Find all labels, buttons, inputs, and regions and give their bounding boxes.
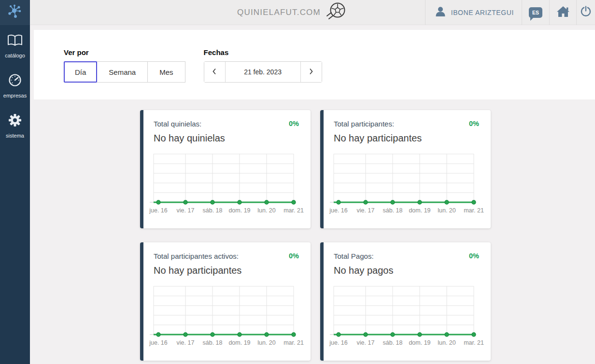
svg-text:vie. 17: vie. 17: [177, 207, 195, 214]
power-icon: [580, 5, 592, 20]
svg-text:jue. 16: jue. 16: [329, 207, 348, 214]
user-menu[interactable]: IBONE ARIZTEGUI: [425, 0, 522, 25]
svg-text:lun. 20: lun. 20: [257, 339, 276, 346]
date-value[interactable]: 21 feb. 2023: [226, 62, 300, 82]
sidebar: catálogo empresas: [0, 0, 30, 364]
card-percent-badge: 0%: [289, 252, 299, 260]
svg-text:mar. 21: mar. 21: [464, 339, 484, 346]
language-button[interactable]: ES: [522, 0, 549, 25]
content-column: QUINIELAFUT.COM: [30, 0, 595, 364]
svg-text:vie. 17: vie. 17: [177, 339, 195, 346]
card-title: Total Pagos:: [334, 252, 374, 260]
card-title: Total participantes activos:: [154, 252, 239, 260]
filter-panel: Ver por Día Semana Mes Fechas: [34, 30, 595, 99]
book-icon: [7, 34, 23, 49]
svg-text:jue. 16: jue. 16: [149, 339, 168, 346]
language-bubble-icon: ES: [529, 7, 542, 18]
home-icon: [556, 5, 570, 20]
brand: QUINIELAFUT.COM: [237, 0, 346, 25]
view-by-group: Ver por Día Semana Mes: [64, 48, 185, 99]
stats-cards-grid: Total quinielas: 0% No hay quinielas jue…: [140, 110, 595, 361]
gear-icon: [8, 113, 22, 129]
card-participantes-activos: Total participantes activos: 0% No hay p…: [140, 242, 311, 361]
dates-label: Fechas: [204, 48, 322, 56]
svg-text:dom. 19: dom. 19: [228, 339, 250, 346]
next-date-button[interactable]: [300, 62, 322, 82]
chevron-right-icon: [309, 68, 313, 77]
svg-text:dom. 19: dom. 19: [228, 207, 250, 214]
svg-text:jue. 16: jue. 16: [149, 207, 168, 214]
sidebar-item-catalogo[interactable]: catálogo: [0, 25, 30, 64]
svg-text:sáb. 18: sáb. 18: [202, 207, 222, 214]
app-logo[interactable]: [0, 0, 30, 25]
home-button[interactable]: [549, 0, 576, 25]
card-empty-message: No hay participantes: [334, 131, 479, 145]
user-name: IBONE ARIZTEGUI: [451, 9, 514, 16]
card-total-participantes: Total participantes: 0% No hay participa…: [320, 110, 491, 228]
sidebar-item-label: empresas: [3, 93, 27, 98]
previous-date-button[interactable]: [204, 62, 226, 82]
svg-text:mar. 21: mar. 21: [283, 339, 304, 346]
sidebar-item-sistema[interactable]: sistema: [0, 104, 30, 144]
view-week-button[interactable]: Semana: [97, 61, 148, 83]
view-day-button[interactable]: Día: [64, 61, 97, 83]
svg-text:mar. 21: mar. 21: [283, 207, 304, 214]
line-chart: jue. 16vie. 17sáb. 18dom. 19lun. 20mar. …: [146, 152, 299, 216]
svg-text:lun. 20: lun. 20: [438, 339, 456, 346]
sidebar-item-label: catálogo: [5, 53, 25, 58]
logout-button[interactable]: [576, 0, 595, 25]
svg-text:vie. 17: vie. 17: [357, 339, 375, 346]
chevron-left-icon: [212, 68, 217, 77]
date-navigator: 21 feb. 2023: [204, 61, 322, 83]
line-chart: jue. 16vie. 17sáb. 18dom. 19lun. 20mar. …: [326, 152, 479, 216]
svg-text:mar. 21: mar. 21: [464, 207, 484, 214]
svg-text:lun. 20: lun. 20: [438, 207, 456, 214]
line-chart: jue. 16vie. 17sáb. 18dom. 19lun. 20mar. …: [146, 284, 299, 348]
svg-text:sáb. 18: sáb. 18: [382, 339, 402, 346]
svg-text:vie. 17: vie. 17: [357, 207, 375, 214]
card-percent-badge: 0%: [289, 120, 299, 127]
card-empty-message: No hay participantes: [154, 264, 299, 277]
card-title: Total quinielas:: [154, 120, 201, 128]
card-percent-badge: 0%: [469, 252, 479, 260]
svg-text:sáb. 18: sáb. 18: [202, 339, 222, 346]
brand-title: QUINIELAFUT.COM: [237, 8, 321, 17]
card-empty-message: No hay quinielas: [154, 131, 299, 145]
svg-text:dom. 19: dom. 19: [409, 207, 430, 214]
card-total-pagos: Total Pagos: 0% No hay pagos jue. 16vie.…: [320, 242, 491, 361]
user-avatar-icon: [434, 5, 447, 20]
card-percent-badge: 0%: [469, 120, 479, 127]
view-month-button[interactable]: Mes: [147, 61, 185, 83]
svg-text:lun. 20: lun. 20: [257, 207, 276, 214]
network-molecule-icon: [7, 4, 23, 21]
line-chart: jue. 16vie. 17sáb. 18dom. 19lun. 20mar. …: [326, 284, 479, 348]
soccer-ball-icon: [324, 1, 346, 24]
card-empty-message: No hay pagos: [334, 264, 479, 277]
top-header: QUINIELAFUT.COM: [30, 0, 595, 25]
card-total-quinielas: Total quinielas: 0% No hay quinielas jue…: [140, 110, 311, 228]
sidebar-item-label: sistema: [6, 133, 24, 139]
view-by-label: Ver por: [64, 48, 185, 56]
header-controls: IBONE ARIZTEGUI ES: [425, 0, 595, 25]
main-content: Ver por Día Semana Mes Fechas: [30, 25, 595, 364]
app: catálogo empresas: [0, 0, 595, 364]
svg-text:dom. 19: dom. 19: [409, 339, 430, 346]
dates-group: Fechas 21 feb. 2023: [204, 48, 322, 99]
svg-text:sáb. 18: sáb. 18: [382, 207, 402, 214]
card-title: Total participantes:: [334, 120, 394, 128]
gauge-icon: [8, 73, 22, 89]
svg-text:jue. 16: jue. 16: [329, 339, 348, 346]
sidebar-item-empresas[interactable]: empresas: [0, 64, 30, 104]
view-by-buttons: Día Semana Mes: [64, 61, 185, 83]
